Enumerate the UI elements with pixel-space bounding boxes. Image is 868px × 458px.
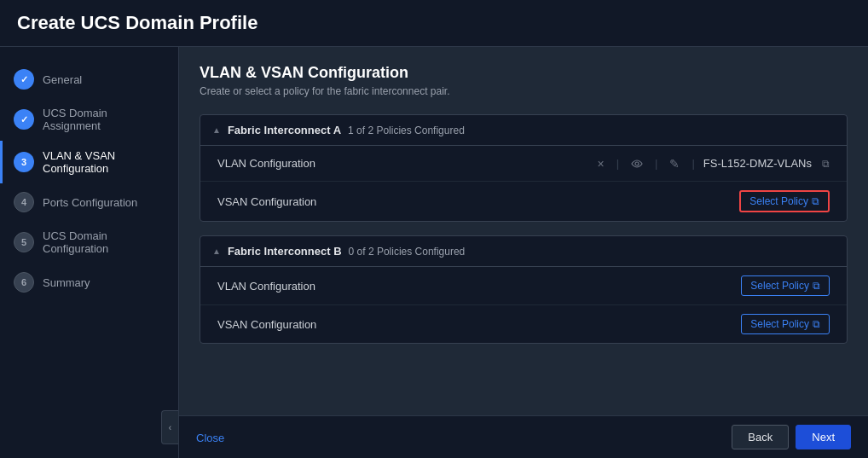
sidebar-item-ucs-config[interactable]: 5 UCS Domain Configuration (0, 221, 178, 264)
sidebar-label-ucs-config: UCS Domain Configuration (43, 229, 165, 255)
sidebar-label-summary: Summary (43, 276, 90, 289)
step-circle-summary: 6 (14, 272, 34, 293)
fabric-a-vlan-remove-button[interactable]: × (594, 155, 608, 172)
fabric-b-chevron-icon: ▲ (212, 246, 221, 256)
fabric-a-vlan-actions: × | | ✎ | FS-L152-DMZ-VLANs ⧉ (594, 155, 830, 172)
content-body: VLAN & VSAN Configuration Create or sele… (179, 47, 868, 415)
sidebar-item-summary[interactable]: 6 Summary (0, 264, 178, 301)
next-button[interactable]: Next (796, 425, 851, 449)
content-area: VLAN & VSAN Configuration Create or sele… (179, 47, 868, 458)
footer: Close Back Next (179, 415, 868, 458)
fabric-b-policy-count: 0 of 2 Policies Configured (349, 246, 466, 258)
fabric-a-header: ▲ Fabric Interconnect A 1 of 2 Policies … (200, 115, 847, 146)
fabric-b-section: ▲ Fabric Interconnect B 0 of 2 Policies … (200, 235, 848, 344)
step-circle-ucs-config: 5 (14, 232, 34, 252)
checkmark-general: ✓ (20, 74, 28, 85)
fabric-a-chevron-icon: ▲ (212, 125, 221, 135)
fabric-b-vlan-select-label: Select Policy (750, 280, 809, 292)
fabric-b-vsan-label: VSAN Configuration (217, 318, 741, 331)
fabric-b-vsan-select-label: Select Policy (750, 318, 809, 330)
fabric-b-vsan-select-button[interactable]: Select Policy ⧉ (741, 314, 830, 334)
step-circle-ucs-domain: ✓ (14, 109, 34, 130)
footer-right: Back Next (732, 425, 851, 449)
fabric-b-vlan-label: VLAN Configuration (217, 280, 741, 293)
fabric-a-section: ▲ Fabric Interconnect A 1 of 2 Policies … (200, 114, 848, 222)
back-button[interactable]: Back (732, 425, 789, 449)
fabric-a-vsan-label: VSAN Configuration (217, 195, 739, 208)
fabric-a-vlan-copy-icon[interactable]: ⧉ (822, 158, 830, 170)
sidebar-label-vlan: VLAN & VSAN Configuration (43, 149, 165, 175)
footer-left: Close (196, 430, 224, 445)
fabric-a-vlan-row: VLAN Configuration × | | ✎ | (200, 146, 847, 182)
section-title: VLAN & VSAN Configuration (200, 64, 848, 82)
separator-2: | (655, 157, 657, 170)
fabric-a-vsan-row: VSAN Configuration Select Policy ⧉ (200, 182, 847, 221)
step-circle-ports: 4 (14, 192, 34, 212)
fabric-a-vlan-view-button[interactable] (628, 158, 646, 170)
main-layout: ✓ General ✓ UCS Domain Assignment 3 VLAN… (0, 47, 868, 458)
separator-3: | (692, 157, 694, 170)
sidebar-item-general[interactable]: ✓ General (0, 61, 178, 98)
fabric-b-label: Fabric Interconnect B (228, 245, 342, 258)
fabric-b-vlan-actions: Select Policy ⧉ (741, 275, 830, 296)
fabric-b-vsan-actions: Select Policy ⧉ (741, 314, 830, 334)
fabric-a-vsan-select-label: Select Policy (749, 195, 808, 207)
step-num-summary: 6 (21, 277, 26, 287)
checkmark-ucs: ✓ (20, 114, 28, 125)
fabric-b-vsan-row: VSAN Configuration Select Policy ⧉ (200, 305, 847, 343)
sidebar-label-general: General (43, 73, 82, 86)
sidebar-label-ucs-domain: UCS Domain Assignment (43, 107, 165, 132)
fabric-b-vlan-select-icon: ⧉ (813, 280, 820, 292)
sidebar-item-ucs-domain-assignment[interactable]: ✓ UCS Domain Assignment (0, 98, 178, 141)
step-circle-vlan: 3 (14, 152, 34, 172)
sidebar: ✓ General ✓ UCS Domain Assignment 3 VLAN… (0, 47, 179, 458)
close-button[interactable]: Close (196, 432, 224, 444)
sidebar-collapse-button[interactable]: ‹ (161, 410, 178, 444)
page-title: Create UCS Domain Profile (17, 12, 851, 34)
fabric-a-vsan-actions: Select Policy ⧉ (739, 190, 830, 212)
fabric-a-vlan-policy-name: FS-L152-DMZ-VLANs (703, 157, 812, 170)
step-num-ucs-config: 5 (21, 237, 26, 247)
step-num-vlan: 3 (21, 157, 26, 167)
separator-1: | (616, 157, 619, 170)
fabric-a-policy-count: 1 of 2 Policies Configured (348, 125, 465, 136)
fabric-a-vlan-label: VLAN Configuration (217, 157, 594, 170)
page-header: Create UCS Domain Profile (0, 0, 868, 47)
sidebar-item-vlan-vsan[interactable]: 3 VLAN & VSAN Configuration (0, 141, 178, 183)
fabric-a-label: Fabric Interconnect A (228, 124, 341, 136)
fabric-b-vlan-row: VLAN Configuration Select Policy ⧉ (200, 267, 847, 305)
step-circle-general: ✓ (14, 69, 34, 90)
fabric-b-header: ▲ Fabric Interconnect B 0 of 2 Policies … (200, 236, 847, 267)
fabric-b-vlan-select-button[interactable]: Select Policy ⧉ (741, 275, 830, 296)
section-subtitle: Create or select a policy for the fabric… (200, 85, 848, 97)
fabric-a-vsan-select-icon: ⧉ (812, 195, 819, 207)
sidebar-label-ports: Ports Configuration (43, 196, 137, 209)
collapse-icon: ‹ (169, 423, 171, 432)
fabric-a-vlan-edit-button[interactable]: ✎ (666, 155, 683, 172)
sidebar-item-ports[interactable]: 4 Ports Configuration (0, 183, 178, 221)
step-num-ports: 4 (21, 197, 26, 207)
svg-point-0 (635, 162, 639, 165)
fabric-a-vsan-select-button[interactable]: Select Policy ⧉ (739, 190, 830, 212)
fabric-b-vsan-select-icon: ⧉ (813, 318, 820, 330)
